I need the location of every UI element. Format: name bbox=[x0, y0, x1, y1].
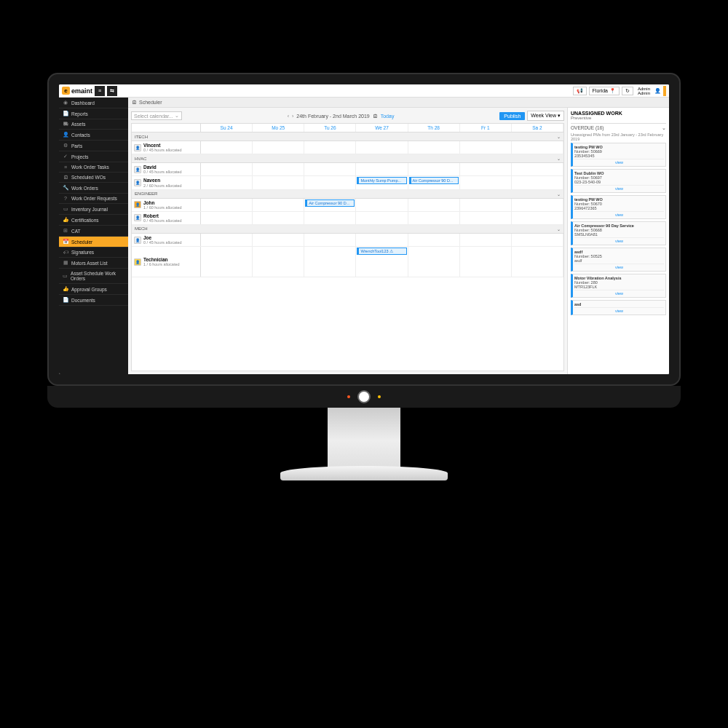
day-cell[interactable] bbox=[460, 212, 512, 224]
unassigned-work-card[interactable]: testing PM WONumber: 506702396472365view bbox=[571, 195, 666, 219]
resource-group-header[interactable]: ITECH⌄ bbox=[132, 132, 563, 141]
sidebar-item-contacts[interactable]: 👤Contacts bbox=[59, 130, 128, 141]
day-cell[interactable] bbox=[408, 212, 460, 224]
day-header[interactable]: Tu 26 bbox=[304, 124, 356, 132]
sidebar-item-work-orders[interactable]: 🔧Work Orders bbox=[59, 183, 128, 194]
sidebar-item-scheduled-wos[interactable]: 🗓Scheduled WOs bbox=[59, 173, 128, 183]
sidebar-item-dashboard[interactable]: ◉Dashboard bbox=[59, 98, 128, 108]
day-cell[interactable] bbox=[356, 199, 408, 211]
calendar-picker-icon[interactable]: 🗓 bbox=[373, 114, 378, 119]
location-selector[interactable]: Florida 📍 bbox=[589, 87, 620, 95]
card-view-link[interactable]: view bbox=[574, 211, 664, 217]
view-select[interactable]: Week View ▾ bbox=[527, 111, 564, 121]
day-cell[interactable] bbox=[408, 247, 460, 277]
resource-cell[interactable]: 👤Naveen2 / 60 hours allocated bbox=[132, 176, 201, 189]
notifications-button[interactable]: 📢 bbox=[573, 87, 587, 95]
resource-cell[interactable]: 👤John1 / 60 hours allocated bbox=[132, 199, 201, 211]
day-cell[interactable] bbox=[460, 234, 512, 246]
day-cell[interactable] bbox=[356, 141, 408, 154]
sidebar-item-asset-schedule-work-orders[interactable]: ▭Asset Schedule Work Orders bbox=[59, 269, 128, 284]
sidebar-item-certifications[interactable]: 👍Certifications bbox=[59, 215, 128, 226]
card-view-link[interactable]: view bbox=[574, 237, 664, 243]
day-cell[interactable] bbox=[304, 212, 356, 224]
day-cell[interactable]: Air Compressor 90 D... bbox=[408, 176, 460, 189]
day-cell[interactable]: WrenchTool123 ⚠ bbox=[356, 247, 408, 277]
day-cell[interactable] bbox=[201, 234, 253, 246]
day-header[interactable]: Mo 25 bbox=[253, 124, 304, 132]
unassigned-work-card[interactable]: Air Compressor 90 Day ServiceNumber: 506… bbox=[571, 221, 666, 245]
day-cell[interactable] bbox=[512, 247, 563, 277]
unassigned-work-card[interactable]: testing PM WONumber: 50669235345345view bbox=[571, 143, 666, 167]
unassigned-work-card[interactable]: Test Dublin WONumber: 50697023-23-540-09… bbox=[571, 169, 666, 193]
day-cell[interactable] bbox=[356, 212, 408, 224]
share-button[interactable]: ⇆ bbox=[107, 86, 117, 96]
card-view-link[interactable]: view bbox=[574, 290, 664, 296]
today-button[interactable]: Today bbox=[381, 114, 395, 119]
sidebar-item-work-order-tasks[interactable]: ≡Work Order Tasks bbox=[59, 162, 128, 173]
day-header[interactable]: We 27 bbox=[356, 124, 408, 132]
day-cell[interactable] bbox=[460, 141, 512, 154]
day-cell[interactable] bbox=[460, 247, 512, 277]
sidebar-item-inventory-journal[interactable]: ▭Inventory Journal bbox=[59, 204, 128, 215]
day-cell[interactable] bbox=[512, 176, 563, 189]
day-cell[interactable] bbox=[512, 212, 563, 224]
brand-logo[interactable]: e emaint bbox=[62, 87, 92, 95]
menu-toggle-button[interactable]: ≡ bbox=[95, 86, 105, 96]
day-cell[interactable] bbox=[304, 176, 356, 189]
day-cell[interactable]: Air Compressor 90 D... bbox=[304, 199, 356, 211]
day-cell[interactable] bbox=[253, 212, 304, 224]
day-cell[interactable] bbox=[408, 141, 460, 154]
sidebar-item-assets[interactable]: ⛟Assets bbox=[59, 119, 128, 130]
resource-group-header[interactable]: MECH⌄ bbox=[132, 225, 563, 234]
overdue-section-toggle[interactable]: OVERDUE (16) ⌄ bbox=[571, 125, 666, 131]
day-cell[interactable] bbox=[201, 212, 253, 224]
sidebar-item-projects[interactable]: ✓Projects bbox=[59, 151, 128, 162]
resource-cell[interactable]: 👤David0 / 45 hours allocated bbox=[132, 163, 201, 175]
day-cell[interactable] bbox=[253, 163, 304, 175]
unassigned-work-card[interactable]: asdfNumber: 50525asdfview bbox=[571, 248, 666, 272]
resource-cell[interactable]: 👤Technician1 / 6 hours allocated bbox=[132, 247, 201, 277]
publish-button[interactable]: Publish bbox=[499, 112, 525, 120]
day-cell[interactable] bbox=[201, 247, 253, 277]
card-view-link[interactable]: view bbox=[574, 185, 664, 191]
day-cell[interactable] bbox=[304, 163, 356, 175]
day-cell[interactable] bbox=[512, 141, 563, 154]
resource-cell[interactable]: 👤Robert0 / 45 hours allocated bbox=[132, 212, 201, 224]
day-cell[interactable] bbox=[201, 199, 253, 211]
card-view-link[interactable]: view bbox=[574, 159, 664, 165]
day-cell[interactable] bbox=[460, 163, 512, 175]
sidebar-item-reports[interactable]: 📄Reports bbox=[59, 108, 128, 119]
unassigned-work-card[interactable]: Motor Vibration AnalysisNumber: 280MTR12… bbox=[571, 274, 666, 298]
day-cell[interactable] bbox=[460, 176, 512, 189]
day-cell[interactable] bbox=[408, 234, 460, 246]
day-cell[interactable] bbox=[512, 199, 563, 211]
day-cell[interactable] bbox=[356, 163, 408, 175]
sidebar-item-cat[interactable]: ⊞CAT bbox=[59, 226, 128, 237]
day-cell[interactable] bbox=[408, 199, 460, 211]
day-cell[interactable] bbox=[356, 234, 408, 246]
sidebar-item-motors-asset-list[interactable]: ▦Motors Asset List bbox=[59, 258, 128, 269]
day-cell[interactable] bbox=[253, 176, 304, 189]
prev-week-button[interactable]: ‹ bbox=[288, 114, 289, 119]
resource-group-header[interactable]: HVAC⌄ bbox=[132, 154, 563, 163]
day-cell[interactable] bbox=[512, 234, 563, 246]
card-view-link[interactable]: view bbox=[574, 264, 664, 269]
user-menu[interactable]: Admin Admin bbox=[636, 87, 652, 95]
resource-cell[interactable]: 👤Vincent0 / 45 hours allocated bbox=[132, 141, 201, 154]
work-order-event[interactable]: WrenchTool123 ⚠ bbox=[357, 248, 406, 255]
day-cell[interactable] bbox=[201, 141, 253, 154]
card-view-link[interactable]: view bbox=[574, 307, 664, 313]
day-header[interactable]: Su 24 bbox=[201, 124, 253, 132]
day-cell[interactable] bbox=[304, 234, 356, 246]
work-order-event[interactable]: Monthly Sump Pump... bbox=[357, 177, 406, 184]
day-cell[interactable] bbox=[201, 176, 253, 189]
sidebar-item-parts[interactable]: ⚙Parts bbox=[59, 141, 128, 151]
day-cell[interactable] bbox=[253, 199, 304, 211]
sidebar-item-scheduler[interactable]: 📅Scheduler bbox=[59, 237, 128, 248]
day-cell[interactable] bbox=[512, 163, 563, 175]
day-header[interactable]: Fr 1 bbox=[460, 124, 512, 132]
sidebar-item-signatures[interactable]: 🏷Signatures bbox=[59, 248, 128, 258]
day-header[interactable]: Sa 2 bbox=[512, 124, 563, 132]
resource-cell[interactable]: 👤Joe0 / 45 hours allocated bbox=[132, 234, 201, 246]
calendar-select[interactable]: Select calendar... ⌄ bbox=[131, 111, 182, 120]
